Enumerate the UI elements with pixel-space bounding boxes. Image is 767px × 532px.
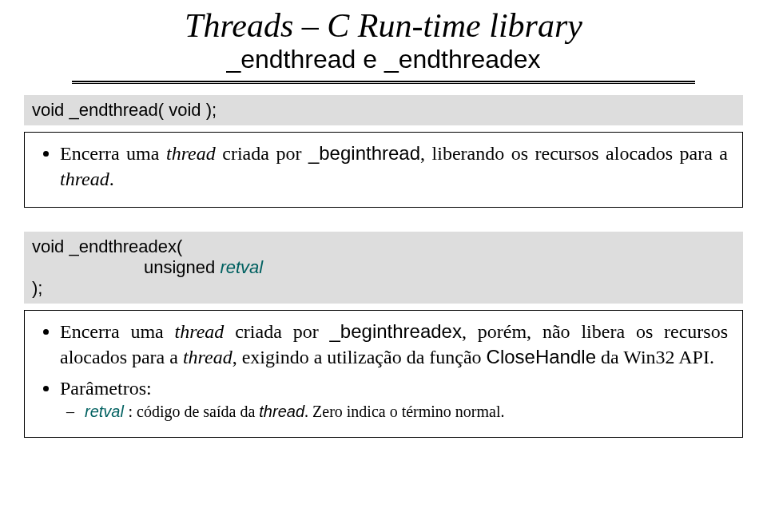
text-thread-ital: thread — [259, 403, 304, 420]
code-line-2: unsigned retval — [32, 257, 735, 278]
description-box-1: Encerra uma thread criada por _beginthre… — [24, 132, 743, 208]
text-frag: Encerra uma — [60, 321, 175, 342]
bullet-retval-desc: retval : código de saída da thread. Zero… — [81, 401, 728, 423]
text-frag: . — [109, 169, 114, 189]
bullet-parametros: Parâmetros: retval : código de saída da … — [60, 375, 728, 423]
text-frag: Encerra uma — [60, 143, 166, 164]
text-frag: . Zero indica o término normal. — [304, 403, 504, 420]
text-frag: , liberando os recursos alocados para a — [420, 143, 728, 164]
bullet-endthread-desc: Encerra uma thread criada por _beginthre… — [60, 141, 728, 193]
text-thread-ital: thread — [166, 143, 216, 164]
code-endthreadex: void _endthreadex( unsigned retval ); — [24, 232, 743, 304]
text-frag: da Win32 API. — [596, 347, 714, 367]
slide-page: Threads – C Run-time library _endthread … — [0, 0, 767, 532]
code-endthread: void _endthread( void ); — [24, 95, 743, 125]
text-frag: criada por — [224, 321, 329, 342]
text-thread-ital: thread — [60, 169, 109, 189]
text-thread-ital: thread — [183, 347, 232, 367]
bullet-endthreadex-desc: Encerra uma thread criada por _beginthre… — [60, 319, 728, 371]
code-param-retval: retval — [220, 257, 263, 277]
text-func: CloseHandle — [487, 346, 596, 367]
text-thread-ital: thread — [175, 321, 225, 342]
text-func: _beginthread — [308, 142, 420, 164]
text-frag: criada por — [216, 143, 308, 164]
title-block: Threads – C Run-time library _endthread … — [72, 8, 695, 74]
code-keyword: unsigned — [144, 257, 220, 277]
code-line-3: ); — [32, 278, 735, 299]
text-frag: , exigindo a utilização da função — [232, 347, 487, 367]
title-underline — [72, 81, 695, 84]
code-text: void _endthread( void ); — [32, 100, 217, 120]
slide-subtitle: _endthread e _endthreadex — [72, 45, 695, 74]
text-frag: Parâmetros: — [60, 378, 152, 399]
text-func: _beginthreadex — [329, 320, 461, 342]
slide-title: Threads – C Run-time library — [72, 8, 695, 43]
description-box-2: Encerra uma thread criada por _beginthre… — [24, 310, 743, 438]
text-frag: : código de saída da — [128, 403, 259, 420]
param-name-retval: retval — [85, 403, 128, 420]
code-line-1: void _endthreadex( — [32, 236, 735, 257]
